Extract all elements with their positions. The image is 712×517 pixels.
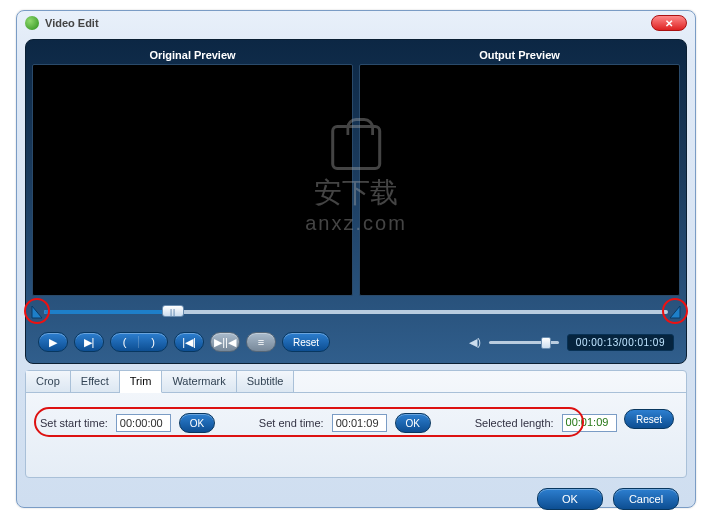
close-button[interactable]: ✕ bbox=[651, 15, 687, 31]
tab-crop[interactable]: Crop bbox=[26, 371, 71, 392]
preview-panel: Original Preview Output Preview 安下载 anxz… bbox=[25, 39, 687, 364]
playback-controls: ▶ ▶| ( ) |◀| ▶||◀ ≡ Reset ◀) 00:00:13/00… bbox=[34, 332, 678, 352]
end-ok-button[interactable]: OK bbox=[395, 413, 431, 433]
selected-length-label: Selected length: bbox=[475, 417, 554, 429]
tab-watermark[interactable]: Watermark bbox=[162, 371, 236, 392]
app-icon bbox=[25, 16, 39, 30]
seek-start-button[interactable]: |◀| bbox=[174, 332, 204, 352]
ok-button[interactable]: OK bbox=[537, 488, 603, 510]
volume-area: ◀) 00:00:13/00:01:09 bbox=[469, 334, 674, 351]
start-ok-button[interactable]: OK bbox=[179, 413, 215, 433]
end-time-input[interactable] bbox=[332, 414, 387, 432]
timeline-playhead[interactable]: || bbox=[162, 305, 184, 317]
bracket-in-icon: ( bbox=[111, 336, 139, 348]
center-icon: ≡ bbox=[258, 336, 264, 348]
edit-tabs-panel: Crop Effect Trim Watermark Subtitle Set … bbox=[25, 370, 687, 478]
play-icon: ▶ bbox=[49, 336, 57, 349]
selected-length-value: 00:01:09 bbox=[562, 414, 617, 432]
original-preview-label: Original Preview bbox=[149, 46, 235, 64]
trim-reset-button[interactable]: Reset bbox=[624, 409, 674, 429]
volume-icon: ◀) bbox=[469, 336, 481, 349]
time-display: 00:00:13/00:01:09 bbox=[567, 334, 674, 351]
output-preview-col: Output Preview bbox=[359, 46, 680, 296]
volume-slider[interactable] bbox=[489, 341, 559, 344]
start-time-input[interactable] bbox=[116, 414, 171, 432]
trim-tab-content: Set start time: OK Set end time: OK Sele… bbox=[26, 393, 686, 453]
footer: OK Cancel bbox=[17, 478, 695, 517]
video-edit-window: Video Edit ✕ Original Preview Output Pre… bbox=[16, 10, 696, 508]
prevnext-icon: ▶||◀ bbox=[214, 336, 236, 349]
tab-strip: Crop Effect Trim Watermark Subtitle bbox=[26, 371, 686, 393]
next-frame-button[interactable]: ▶| bbox=[74, 332, 104, 352]
cancel-button[interactable]: Cancel bbox=[613, 488, 679, 510]
highlight-start-marker bbox=[24, 298, 50, 324]
timeline[interactable]: || bbox=[34, 304, 678, 320]
start-time-label: Set start time: bbox=[40, 417, 108, 429]
output-preview-video bbox=[359, 64, 680, 296]
window-title: Video Edit bbox=[45, 17, 99, 29]
output-preview-label: Output Preview bbox=[479, 46, 560, 64]
highlight-end-marker bbox=[662, 298, 688, 324]
set-in-out-button[interactable]: ( ) bbox=[110, 332, 168, 352]
center-button[interactable]: ≡ bbox=[246, 332, 276, 352]
next-icon: ▶| bbox=[84, 336, 95, 349]
timeline-fill bbox=[44, 310, 172, 314]
original-preview-col: Original Preview bbox=[32, 46, 353, 296]
tab-trim[interactable]: Trim bbox=[120, 371, 163, 393]
preview-row: Original Preview Output Preview bbox=[32, 46, 680, 296]
tab-effect[interactable]: Effect bbox=[71, 371, 120, 392]
original-preview-video bbox=[32, 64, 353, 296]
tab-subtitle[interactable]: Subtitle bbox=[237, 371, 295, 392]
end-time-label: Set end time: bbox=[259, 417, 324, 429]
play-button[interactable]: ▶ bbox=[38, 332, 68, 352]
seek-start-icon: |◀| bbox=[182, 336, 196, 349]
bracket-out-icon: ) bbox=[139, 336, 167, 348]
prev-next-button[interactable]: ▶||◀ bbox=[210, 332, 240, 352]
titlebar: Video Edit ✕ bbox=[17, 11, 695, 35]
reset-playback-button[interactable]: Reset bbox=[282, 332, 330, 352]
trim-row: Set start time: OK Set end time: OK Sele… bbox=[40, 413, 672, 433]
